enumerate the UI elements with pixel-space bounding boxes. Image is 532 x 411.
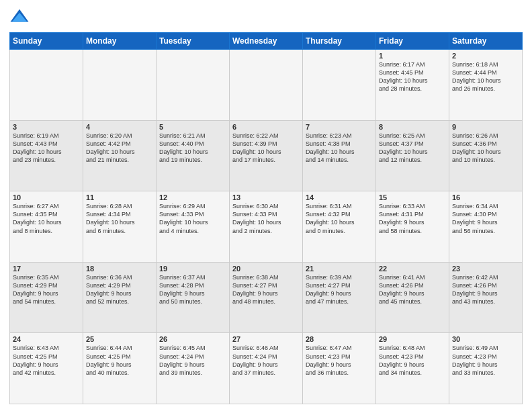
day-info: Sunrise: 6:29 AM Sunset: 4:33 PM Dayligh…	[159, 202, 226, 235]
day-number: 22	[379, 265, 446, 273]
table-row: 15Sunrise: 6:33 AM Sunset: 4:31 PM Dayli…	[376, 191, 449, 263]
table-row: 7Sunrise: 6:23 AM Sunset: 4:38 PM Daylig…	[303, 120, 376, 191]
table-row: 29Sunrise: 6:48 AM Sunset: 4:23 PM Dayli…	[376, 333, 449, 404]
day-number: 10	[13, 193, 80, 201]
day-number: 28	[306, 335, 373, 343]
day-info: Sunrise: 6:48 AM Sunset: 4:23 PM Dayligh…	[379, 344, 446, 377]
table-row: 12Sunrise: 6:29 AM Sunset: 4:33 PM Dayli…	[157, 191, 230, 263]
page: Sunday Monday Tuesday Wednesday Thursday…	[0, 0, 532, 411]
col-sunday: Sunday	[10, 33, 83, 50]
col-wednesday: Wednesday	[230, 33, 303, 50]
day-info: Sunrise: 6:20 AM Sunset: 4:42 PM Dayligh…	[86, 132, 153, 165]
day-info: Sunrise: 6:39 AM Sunset: 4:27 PM Dayligh…	[306, 273, 373, 306]
calendar-week-row: 17Sunrise: 6:35 AM Sunset: 4:29 PM Dayli…	[10, 262, 523, 333]
table-row: 1Sunrise: 6:17 AM Sunset: 4:45 PM Daylig…	[376, 50, 449, 121]
day-info: Sunrise: 6:36 AM Sunset: 4:29 PM Dayligh…	[86, 273, 153, 306]
table-row: 22Sunrise: 6:41 AM Sunset: 4:26 PM Dayli…	[376, 262, 449, 333]
header	[9, 7, 523, 27]
table-row: 4Sunrise: 6:20 AM Sunset: 4:42 PM Daylig…	[83, 120, 157, 191]
table-row: 14Sunrise: 6:31 AM Sunset: 4:32 PM Dayli…	[303, 191, 376, 263]
day-number: 2	[452, 52, 519, 60]
day-info: Sunrise: 6:47 AM Sunset: 4:23 PM Dayligh…	[306, 344, 373, 377]
day-number: 6	[232, 123, 300, 131]
day-info: Sunrise: 6:23 AM Sunset: 4:38 PM Dayligh…	[306, 132, 373, 165]
col-tuesday: Tuesday	[157, 33, 230, 50]
table-row: 26Sunrise: 6:45 AM Sunset: 4:24 PM Dayli…	[157, 333, 230, 404]
table-row: 30Sunrise: 6:49 AM Sunset: 4:23 PM Dayli…	[449, 333, 523, 404]
day-info: Sunrise: 6:21 AM Sunset: 4:40 PM Dayligh…	[159, 132, 226, 165]
table-row: 16Sunrise: 6:34 AM Sunset: 4:30 PM Dayli…	[449, 191, 523, 263]
day-number: 24	[13, 335, 80, 343]
table-row: 5Sunrise: 6:21 AM Sunset: 4:40 PM Daylig…	[157, 120, 230, 191]
day-number: 18	[86, 265, 153, 273]
calendar-week-row: 10Sunrise: 6:27 AM Sunset: 4:35 PM Dayli…	[10, 191, 523, 263]
day-info: Sunrise: 6:43 AM Sunset: 4:25 PM Dayligh…	[13, 344, 80, 377]
table-row	[230, 50, 303, 121]
table-row: 27Sunrise: 6:46 AM Sunset: 4:24 PM Dayli…	[230, 333, 303, 404]
day-number: 23	[452, 265, 519, 273]
day-number: 3	[13, 123, 80, 131]
table-row: 9Sunrise: 6:26 AM Sunset: 4:36 PM Daylig…	[449, 120, 523, 191]
day-number: 4	[86, 123, 153, 131]
day-number: 27	[232, 335, 300, 343]
calendar-week-row: 3Sunrise: 6:19 AM Sunset: 4:43 PM Daylig…	[10, 120, 523, 191]
day-info: Sunrise: 6:33 AM Sunset: 4:31 PM Dayligh…	[379, 202, 446, 235]
day-info: Sunrise: 6:31 AM Sunset: 4:32 PM Dayligh…	[306, 202, 373, 235]
table-row: 25Sunrise: 6:44 AM Sunset: 4:25 PM Dayli…	[83, 333, 157, 404]
table-row: 20Sunrise: 6:38 AM Sunset: 4:27 PM Dayli…	[230, 262, 303, 333]
day-number: 14	[306, 193, 373, 201]
day-info: Sunrise: 6:30 AM Sunset: 4:33 PM Dayligh…	[232, 202, 300, 235]
day-number: 30	[452, 335, 519, 343]
day-number: 11	[86, 193, 153, 201]
table-row: 24Sunrise: 6:43 AM Sunset: 4:25 PM Dayli…	[10, 333, 83, 404]
table-row: 19Sunrise: 6:37 AM Sunset: 4:28 PM Dayli…	[157, 262, 230, 333]
table-row: 2Sunrise: 6:18 AM Sunset: 4:44 PM Daylig…	[449, 50, 523, 121]
col-monday: Monday	[83, 33, 157, 50]
day-info: Sunrise: 6:19 AM Sunset: 4:43 PM Dayligh…	[13, 132, 80, 165]
day-info: Sunrise: 6:37 AM Sunset: 4:28 PM Dayligh…	[159, 273, 226, 306]
day-number: 9	[452, 123, 519, 131]
table-row: 21Sunrise: 6:39 AM Sunset: 4:27 PM Dayli…	[303, 262, 376, 333]
calendar-week-row: 24Sunrise: 6:43 AM Sunset: 4:25 PM Dayli…	[10, 333, 523, 404]
logo-icon	[9, 7, 30, 27]
table-row: 11Sunrise: 6:28 AM Sunset: 4:34 PM Dayli…	[83, 191, 157, 263]
table-row: 28Sunrise: 6:47 AM Sunset: 4:23 PM Dayli…	[303, 333, 376, 404]
day-info: Sunrise: 6:27 AM Sunset: 4:35 PM Dayligh…	[13, 202, 80, 235]
day-number: 21	[306, 265, 373, 273]
day-number: 13	[232, 193, 300, 201]
day-info: Sunrise: 6:35 AM Sunset: 4:29 PM Dayligh…	[13, 273, 80, 306]
day-info: Sunrise: 6:49 AM Sunset: 4:23 PM Dayligh…	[452, 344, 519, 377]
day-number: 20	[232, 265, 300, 273]
day-info: Sunrise: 6:42 AM Sunset: 4:26 PM Dayligh…	[452, 273, 519, 306]
day-info: Sunrise: 6:38 AM Sunset: 4:27 PM Dayligh…	[232, 273, 300, 306]
day-number: 25	[86, 335, 153, 343]
col-friday: Friday	[376, 33, 449, 50]
day-info: Sunrise: 6:44 AM Sunset: 4:25 PM Dayligh…	[86, 344, 153, 377]
day-info: Sunrise: 6:28 AM Sunset: 4:34 PM Dayligh…	[86, 202, 153, 235]
day-number: 7	[306, 123, 373, 131]
day-number: 16	[452, 193, 519, 201]
table-row: 6Sunrise: 6:22 AM Sunset: 4:39 PM Daylig…	[230, 120, 303, 191]
day-number: 26	[159, 335, 226, 343]
day-info: Sunrise: 6:46 AM Sunset: 4:24 PM Dayligh…	[232, 344, 300, 377]
day-info: Sunrise: 6:22 AM Sunset: 4:39 PM Dayligh…	[232, 132, 300, 165]
day-info: Sunrise: 6:34 AM Sunset: 4:30 PM Dayligh…	[452, 202, 519, 235]
table-row: 18Sunrise: 6:36 AM Sunset: 4:29 PM Dayli…	[83, 262, 157, 333]
table-row	[10, 50, 83, 121]
table-row	[303, 50, 376, 121]
calendar-table: Sunday Monday Tuesday Wednesday Thursday…	[9, 32, 523, 404]
day-info: Sunrise: 6:25 AM Sunset: 4:37 PM Dayligh…	[379, 132, 446, 165]
calendar-week-row: 1Sunrise: 6:17 AM Sunset: 4:45 PM Daylig…	[10, 50, 523, 121]
day-info: Sunrise: 6:41 AM Sunset: 4:26 PM Dayligh…	[379, 273, 446, 306]
day-number: 29	[379, 335, 446, 343]
table-row: 3Sunrise: 6:19 AM Sunset: 4:43 PM Daylig…	[10, 120, 83, 191]
day-number: 12	[159, 193, 226, 201]
col-thursday: Thursday	[303, 33, 376, 50]
day-number: 17	[13, 265, 80, 273]
table-row: 23Sunrise: 6:42 AM Sunset: 4:26 PM Dayli…	[449, 262, 523, 333]
day-info: Sunrise: 6:26 AM Sunset: 4:36 PM Dayligh…	[452, 132, 519, 165]
table-row: 17Sunrise: 6:35 AM Sunset: 4:29 PM Dayli…	[10, 262, 83, 333]
table-row: 13Sunrise: 6:30 AM Sunset: 4:33 PM Dayli…	[230, 191, 303, 263]
day-number: 8	[379, 123, 446, 131]
calendar-header-row: Sunday Monday Tuesday Wednesday Thursday…	[10, 33, 523, 50]
